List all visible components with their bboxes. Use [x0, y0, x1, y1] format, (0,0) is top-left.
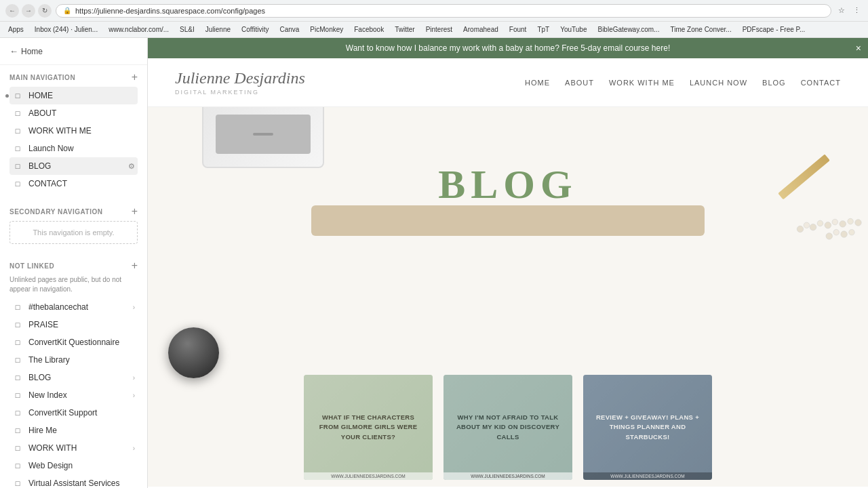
back-button[interactable]: ← [5, 4, 19, 18]
bookmark-tpt[interactable]: TpT [534, 25, 552, 34]
forward-button[interactable]: → [22, 4, 35, 18]
blog-card-2-text: WHY I'M NOT AFRAID TO TALK ABOUT MY KID … [452, 413, 564, 442]
blog-cards-container: WHAT IF THE CHARACTERS FROM GILMORE GIRL… [304, 375, 712, 480]
page-icon: □ [12, 354, 23, 365]
page-icon: □ [12, 478, 23, 488]
bookmark-coffitivity[interactable]: Coffitivity [239, 25, 271, 34]
site-nav-launch-now[interactable]: LAUNCH NOW [690, 79, 747, 87]
device-screen [216, 115, 311, 154]
not-linked-add-button[interactable]: + [132, 260, 138, 271]
bookmark-pdfscape[interactable]: PDFscape - Free P... [740, 25, 808, 34]
blog-card-3-text: REVIEW + GIVEAWAY! PLANS + THINGS PLANNE… [591, 413, 704, 442]
blog-card-1[interactable]: WHAT IF THE CHARACTERS FROM GILMORE GIRL… [304, 375, 433, 480]
sidebar-item-work-with-me[interactable]: □ WORK WITH ME [9, 122, 138, 140]
site-nav-work-with-me[interactable]: WORK WITH ME [609, 79, 675, 87]
sidebar-item-thebalancechat[interactable]: □ #thebalancechat › [9, 298, 138, 316]
back-to-home-button[interactable]: ← Home [9, 46, 43, 56]
sidebar-item-work-with[interactable]: □ WORK WITH › [9, 439, 138, 457]
sidebar-item-convertkit-questionnaire[interactable]: □ ConvertKit Questionnaire [9, 333, 138, 351]
home-indicator-icon [5, 94, 9, 98]
bookmark-aromahead[interactable]: Aromahead [460, 25, 501, 34]
reload-button[interactable]: ↻ [38, 4, 52, 18]
sidebar-home-label: HOME [28, 91, 135, 100]
secondary-nav-header: SECONDARY NAVIGATION + [9, 206, 138, 217]
blog-card-2-url: WWW.JULIENNEDESJARDINS.COM [443, 472, 572, 480]
sidebar: ← Home MAIN NAVIGATION + □ HOME □ ABOUT … [0, 38, 148, 488]
sidebar-launch-label: Launch Now [28, 144, 135, 153]
sidebar-item-the-library[interactable]: □ The Library [9, 351, 138, 369]
address-bar[interactable]: 🔒 https://julienne-desjardins.squarespac… [56, 4, 831, 18]
bookmark-pinterest[interactable]: Pinterest [423, 25, 455, 34]
star-icon[interactable]: ☆ [835, 5, 848, 17]
page-icon: □ [12, 337, 23, 348]
sidebar-item-praise[interactable]: □ PRAISE [9, 316, 138, 333]
bookmark-youtube[interactable]: YouTube [557, 25, 589, 34]
bookmark-canva[interactable]: Canva [277, 25, 302, 34]
blog-hero-title-area: BLOG [438, 161, 577, 208]
site-nav-blog[interactable]: BLOG [762, 79, 786, 87]
bookmark-facebook[interactable]: Facebook [351, 25, 387, 34]
banner-close-button[interactable]: × [856, 43, 861, 54]
bookmark-twitter[interactable]: Twitter [392, 25, 417, 34]
blog-card-2-overlay: WHY I'M NOT AFRAID TO TALK ABOUT MY KID … [443, 375, 572, 480]
banner-text: Want to know how I balance my work with … [346, 43, 670, 53]
blog-card-3[interactable]: REVIEW + GIVEAWAY! PLANS + THINGS PLANNE… [583, 375, 712, 480]
bookmark-apps[interactable]: Apps [5, 25, 26, 34]
page-icon: □ [12, 125, 23, 136]
sidebar-item-convertkit-support[interactable]: □ ConvertKit Support [9, 404, 138, 422]
main-nav-add-button[interactable]: + [132, 72, 138, 83]
site-logo-area: Julienne Desjardins Digital Marketing [175, 69, 305, 96]
svg-point-12 [826, 233, 833, 240]
tan-bar [311, 205, 705, 236]
site-header: Julienne Desjardins Digital Marketing HO… [148, 58, 868, 107]
sidebar-work-label: WORK WITH ME [28, 126, 135, 136]
blog-card-3-overlay: REVIEW + GIVEAWAY! PLANS + THINGS PLANNE… [583, 375, 712, 480]
site-navigation: HOME ABOUT WORK WITH ME LAUNCH NOW BLOG … [525, 79, 841, 87]
blog-card-2[interactable]: WHY I'M NOT AFRAID TO TALK ABOUT MY KID … [443, 375, 572, 480]
bookmark-inbox[interactable]: Inbox (244) · Julien... [32, 25, 100, 34]
sidebar-item-hire-me[interactable]: □ Hire Me [9, 422, 138, 439]
not-linked-description: Unlinked pages are public, but do not ap… [9, 275, 138, 294]
main-navigation-section: MAIN NAVIGATION + □ HOME □ ABOUT □ WORK … [0, 65, 147, 199]
svg-point-6 [810, 224, 816, 230]
bookmark-nclabor[interactable]: www.nclabor.com/... [106, 25, 172, 34]
bookmark-picmonkey[interactable]: PicMonkey [307, 25, 346, 34]
page-icon: □ [12, 178, 23, 189]
page-icon: □ [12, 90, 23, 101]
sidebar-item-new-index[interactable]: □ New Index › [9, 386, 138, 404]
app-body: ← Home MAIN NAVIGATION + □ HOME □ ABOUT … [0, 38, 868, 488]
bookmark-fount[interactable]: Fount [507, 25, 530, 34]
browser-chrome: ← → ↻ 🔒 https://julienne-desjardins.squa… [0, 0, 868, 22]
bookmark-biblegateway[interactable]: BibleGateway.com... [595, 25, 662, 34]
sidebar-item-virtual-assistant[interactable]: □ Virtual Assistant Services [9, 474, 138, 488]
bookmark-julienne[interactable]: Julienne [203, 25, 233, 34]
site-preview: Julienne Desjardins Digital Marketing HO… [148, 58, 868, 488]
sidebar-item-contact[interactable]: □ CONTACT [9, 175, 138, 192]
secondary-nav-empty: This navigation is empty. [9, 221, 138, 244]
sidebar-item-about[interactable]: □ ABOUT [9, 104, 138, 122]
sidebar-item-blog-notlinked[interactable]: □ BLOG › [9, 369, 138, 386]
svg-point-3 [832, 219, 838, 225]
sidebar-item-launch-now[interactable]: □ Launch Now [9, 140, 138, 157]
bookmark-timezone[interactable]: Time Zone Conver... [667, 25, 734, 34]
sidebar-item-home[interactable]: □ HOME [9, 87, 138, 104]
pencil-decoration [746, 107, 827, 161]
blog-card-1-overlay: WHAT IF THE CHARACTERS FROM GILMORE GIRL… [304, 375, 433, 480]
svg-point-9 [849, 229, 855, 235]
site-nav-about[interactable]: ABOUT [565, 79, 594, 87]
svg-point-7 [804, 222, 810, 228]
page-icon: □ [12, 407, 23, 418]
blog-card-3-url: WWW.JULIENNEDESJARDINS.COM [583, 472, 712, 480]
device-mockup [202, 107, 324, 168]
site-nav-contact[interactable]: CONTACT [801, 79, 841, 87]
announcement-banner: Want to know how I balance my work with … [148, 38, 868, 58]
bookmark-slai[interactable]: SL&I [177, 25, 197, 34]
menu-icon[interactable]: ⋮ [850, 5, 863, 17]
blog-settings-gear-icon[interactable]: ⚙ [128, 162, 135, 171]
secondary-nav-add-button[interactable]: + [132, 206, 138, 217]
browser-action-buttons: ☆ ⋮ [835, 5, 863, 17]
sidebar-item-blog[interactable]: □ BLOG ⚙ [9, 157, 138, 175]
site-nav-home[interactable]: HOME [525, 79, 550, 87]
main-nav-title: MAIN NAVIGATION [9, 74, 75, 81]
sidebar-item-web-design[interactable]: □ Web Design [9, 457, 138, 474]
